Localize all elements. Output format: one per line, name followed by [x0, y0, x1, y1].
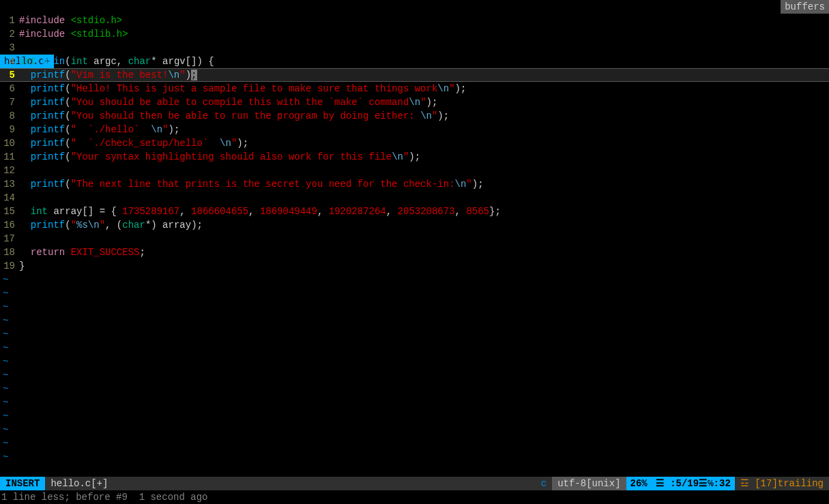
code-line[interactable]: 17: [0, 232, 829, 246]
code-line[interactable]: 13 printf("The next line that prints is …: [0, 177, 829, 191]
empty-line-tilde: ~: [0, 355, 829, 368]
code-content[interactable]: printf("The next line that prints is the…: [19, 177, 829, 191]
code-line[interactable]: 7 printf("You should be able to compile …: [0, 95, 829, 109]
line-number: 11: [0, 150, 19, 164]
line-number: 12: [0, 164, 19, 177]
status-percent: 26%: [626, 477, 652, 490]
code-content[interactable]: printf("Hello! This is just a sample fil…: [19, 82, 829, 95]
code-content[interactable]: printf("Your syntax highlighting should …: [19, 150, 829, 164]
code-line[interactable]: 9 printf(" `./hello` \n");: [0, 123, 829, 136]
code-content[interactable]: printf(" `./check_setup/hello` \n");: [19, 136, 829, 150]
empty-line-tilde: ~: [0, 314, 829, 327]
code-content[interactable]: #include <stdlib.h>: [19, 27, 829, 41]
code-content[interactable]: #include <stdio.h>: [19, 14, 829, 27]
empty-line-tilde: ~: [0, 341, 829, 355]
empty-line-tilde: ~: [0, 382, 829, 396]
line-number: 5: [0, 68, 19, 82]
code-line[interactable]: 2#include <stdlib.h>: [0, 27, 829, 41]
code-content[interactable]: printf("%s\n", (char*) array);: [19, 218, 829, 232]
line-number: 17: [0, 232, 19, 246]
code-line[interactable]: 19}: [0, 259, 829, 273]
empty-line-tilde: ~: [0, 327, 829, 341]
code-line[interactable]: 1#include <stdio.h>: [0, 14, 829, 27]
code-content[interactable]: printf("You should then be able to run t…: [19, 109, 829, 123]
code-line[interactable]: 10 printf(" `./check_setup/hello` \n");: [0, 136, 829, 150]
line-number: 7: [0, 95, 19, 109]
code-content[interactable]: int array[] = { 1735289167, 1866604655, …: [19, 205, 829, 218]
line-number: 18: [0, 246, 19, 259]
empty-line-tilde: ~: [0, 286, 829, 300]
code-content[interactable]: printf("Vim is the best!\n");: [19, 68, 829, 82]
empty-line-tilde: ~: [0, 450, 829, 464]
status-mode: INSERT: [0, 477, 45, 490]
code-line[interactable]: 15 int array[] = { 1735289167, 186660465…: [0, 205, 829, 218]
status-filename: hello.c[+]: [45, 477, 113, 490]
line-number: 16: [0, 218, 19, 232]
command-line[interactable]: 1 line less; before #9 1 second ago: [0, 490, 829, 504]
code-line[interactable]: 8 printf("You should then be able to run…: [0, 109, 829, 123]
line-number: 10: [0, 136, 19, 150]
empty-line-tilde: ~: [0, 368, 829, 382]
status-warning: ☲ [17]trailing: [735, 477, 829, 490]
line-number: 15: [0, 205, 19, 218]
status-position: ☰ :5/19☰℅:32: [652, 477, 735, 490]
empty-line-tilde: ~: [0, 300, 829, 314]
code-line[interactable]: 16 printf("%s\n", (char*) array);: [0, 218, 829, 232]
code-line[interactable]: 6 printf("Hello! This is just a sample f…: [0, 82, 829, 95]
editor-area[interactable]: 1#include <stdio.h>2#include <stdlib.h>3…: [0, 14, 829, 477]
code-line[interactable]: 18 return EXIT_SUCCESS;: [0, 246, 829, 259]
empty-line-tilde: ~: [0, 273, 829, 286]
empty-line-tilde: ~: [0, 423, 829, 436]
status-encoding: utf-8[unix]: [552, 477, 626, 490]
empty-line-tilde: ~: [0, 396, 829, 409]
line-number: 8: [0, 109, 19, 123]
status-line: INSERT hello.c[+] c utf-8[unix] 26% ☰ :5…: [0, 477, 829, 490]
code-content[interactable]: }: [19, 259, 829, 273]
empty-line-tilde: ~: [0, 436, 829, 450]
code-line[interactable]: 12: [0, 164, 829, 177]
code-line[interactable]: 11 printf("Your syntax highlighting shou…: [0, 150, 829, 164]
code-line[interactable]: 3: [0, 41, 829, 55]
code-line[interactable]: 14: [0, 191, 829, 205]
code-line[interactable]: 4int main(int argc, char* argv[]) {: [0, 55, 829, 68]
empty-line-tilde: ~: [0, 409, 829, 423]
line-number: 4: [0, 55, 19, 68]
code-content[interactable]: int main(int argc, char* argv[]) {: [19, 55, 829, 68]
line-number: 1: [0, 14, 19, 27]
line-number: 6: [0, 82, 19, 95]
code-line[interactable]: 5 printf("Vim is the best!\n");: [0, 68, 829, 82]
line-number: 3: [0, 41, 19, 55]
line-number: 14: [0, 191, 19, 205]
status-filetype: c: [536, 477, 552, 490]
code-content[interactable]: printf(" `./hello` \n");: [19, 123, 829, 136]
line-number: 2: [0, 27, 19, 41]
buffers-indicator[interactable]: buffers: [781, 0, 829, 14]
line-number: 13: [0, 177, 19, 191]
code-content[interactable]: printf("You should be able to compile th…: [19, 95, 829, 109]
code-content[interactable]: return EXIT_SUCCESS;: [19, 246, 829, 259]
line-number: 9: [0, 123, 19, 136]
line-number: 19: [0, 259, 19, 273]
